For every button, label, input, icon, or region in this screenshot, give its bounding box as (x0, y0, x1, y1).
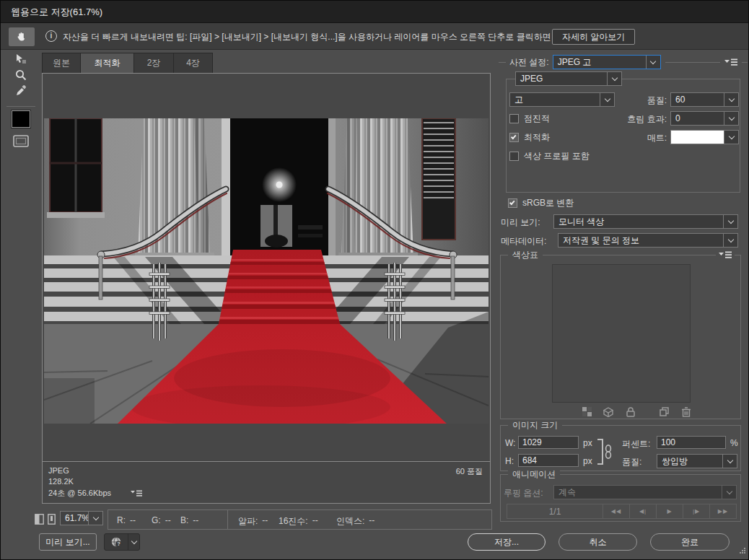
link-icon[interactable] (605, 445, 612, 462)
quality-label: 품질: (635, 95, 667, 107)
monitor-preview-value: 모니터 색상 (554, 216, 723, 228)
color-table-menu-icon[interactable] (716, 251, 735, 259)
readout-b: B:-- (180, 515, 198, 525)
quality-dropdown[interactable]: 60 (670, 92, 739, 107)
metadata-dropdown[interactable]: 저작권 및 문의 정보 (558, 233, 738, 248)
color-readout-box: R:-- G:-- B:-- 알파:-- 16진수:-- 인덱스:-- (108, 509, 492, 530)
preset-label: 사전 설정: (509, 56, 549, 69)
web-shift-icon[interactable] (602, 406, 614, 418)
compression-dropdown[interactable]: 고 (509, 92, 615, 107)
save-button[interactable]: 저장... (468, 533, 546, 551)
download-speed-menu-icon[interactable] (131, 490, 142, 497)
info-icon: i (45, 30, 57, 42)
percent-input[interactable] (657, 436, 726, 449)
chevron-down-icon (88, 512, 102, 525)
divider (499, 62, 506, 63)
device-preview-icon[interactable] (48, 514, 56, 528)
loop-dropdown: 계속 (553, 485, 737, 499)
zoom-level-dropdown[interactable]: 61.7% (60, 511, 103, 525)
matte-swatch (671, 131, 724, 144)
color-swatch[interactable] (12, 110, 30, 128)
tab-optimized[interactable]: 최적화 (81, 53, 134, 74)
srgb-checkbox[interactable] (508, 198, 517, 208)
readout-index: 인덱스:-- (336, 515, 374, 528)
image-size-title: 이미지 크기 (508, 420, 562, 430)
preview-in-browser-button[interactable]: 미리 보기... (39, 533, 97, 551)
lock-icon[interactable] (624, 406, 636, 418)
chevron-down-icon (722, 486, 736, 499)
color-table-title: 색상표 (508, 250, 543, 260)
loop-label: 루핑 옵션: (504, 487, 543, 499)
browser-select-button[interactable]: ? (104, 533, 140, 551)
metadata-label: 메타데이터: (501, 235, 546, 248)
tip-text: 자산을 더 빠르게 내보내려면 팁: [파일] > [내보내기] > [내보내기… (63, 31, 582, 43)
monitor-preview-label: 미리 보기: (501, 216, 540, 229)
slice-select-tool-button[interactable] (11, 51, 31, 66)
chevron-down-icon (723, 215, 737, 228)
width-input[interactable] (518, 436, 579, 449)
resample-quality-label: 품질: (622, 456, 641, 468)
svg-text:?: ? (117, 541, 121, 547)
embed-profile-checkbox[interactable] (509, 152, 519, 161)
preview-toggle-icon[interactable] (35, 514, 44, 528)
optimized-checkbox[interactable] (509, 133, 519, 142)
zoom-tool-icon (14, 69, 27, 82)
dither-icon[interactable] (581, 406, 593, 418)
play-button: ▶ (656, 504, 683, 518)
delete-icon[interactable] (680, 406, 692, 418)
matte-dropdown[interactable] (670, 130, 739, 144)
blur-label: 흐림 효과: (619, 113, 667, 126)
percent-label: 퍼센트: (622, 438, 650, 450)
progressive-checkbox[interactable] (509, 114, 519, 123)
height-input[interactable] (518, 454, 579, 467)
tab-4up[interactable]: 4장 (174, 53, 213, 74)
browser-globe-icon: ? (105, 536, 128, 548)
preset-dropdown[interactable]: JPEG 고 (553, 55, 661, 69)
frame-counter: 1/1 (507, 504, 603, 518)
toggle-slices-button[interactable] (11, 133, 31, 149)
info-bar: i 자산을 더 빠르게 내보내려면 팁: [파일] > [내보내기] > [내보… (1, 23, 748, 50)
embed-profile-row: 색상 프로필 포함 (509, 150, 590, 162)
chevron-down-icon (723, 234, 737, 247)
color-table-section: 색상표 (500, 255, 741, 419)
resize-grip[interactable] (739, 544, 746, 557)
hand-tool-icon (15, 30, 28, 43)
preview-quality-note: 60 품질 (456, 466, 483, 477)
format-dropdown[interactable]: JPEG (515, 71, 622, 86)
done-button[interactable]: 완료 (650, 533, 730, 551)
compression-value: 고 (510, 94, 600, 106)
preview-image[interactable] (44, 118, 489, 424)
chevron-down-icon (722, 455, 737, 468)
zoom-tool-button[interactable] (11, 67, 31, 83)
save-for-web-dialog: 웹용으로 저장(61.7%) i 자산을 더 빠르게 내보내려면 팁: [파일]… (0, 0, 749, 560)
next-frame-button: |▶ (683, 504, 709, 518)
readout-alpha: 알파:-- (238, 515, 268, 528)
color-table-swatches[interactable] (552, 264, 691, 403)
eyedropper-tool-button[interactable] (11, 83, 31, 99)
chevron-down-icon (724, 112, 738, 125)
new-color-icon[interactable] (658, 406, 670, 418)
dialog-title: 웹용으로 저장(61.7%) (11, 6, 102, 17)
image-size-section: 이미지 크기 W: px H: px 퍼센트: % 품질: 쌍입방 (500, 425, 741, 471)
animation-transport: 1/1 ◀◀ ◀| ▶ |▶ ▶▶ (507, 504, 737, 519)
height-unit: px (583, 456, 592, 466)
animation-section: 애니메이션 루핑 옵션: 계속 1/1 ◀◀ ◀| ▶ |▶ ▶▶ (500, 474, 741, 522)
quality-value: 60 (671, 95, 724, 105)
chevron-down-icon (646, 56, 660, 69)
preset-row: 사전 설정: JPEG 고 (499, 54, 748, 70)
optimize-menu-icon[interactable] (724, 58, 737, 66)
percent-unit: % (730, 438, 738, 448)
learn-more-button[interactable]: 자세히 알아보기 (552, 29, 635, 45)
cancel-button[interactable]: 취소 (559, 533, 637, 551)
monitor-preview-dropdown[interactable]: 모니터 색상 (553, 214, 738, 229)
tab-original[interactable]: 원본 (42, 53, 81, 74)
blur-dropdown[interactable]: 0 (670, 111, 739, 126)
loop-value: 계속 (554, 486, 722, 499)
hand-tool-button[interactable] (9, 27, 35, 46)
zoom-level-value: 61.7% (61, 513, 88, 523)
divider (742, 62, 748, 63)
resample-quality-dropdown[interactable]: 쌍입방 (657, 454, 737, 468)
tab-2up[interactable]: 2장 (134, 53, 174, 74)
chevron-down-icon (607, 72, 621, 85)
readout-hex: 16진수:-- (279, 515, 318, 528)
